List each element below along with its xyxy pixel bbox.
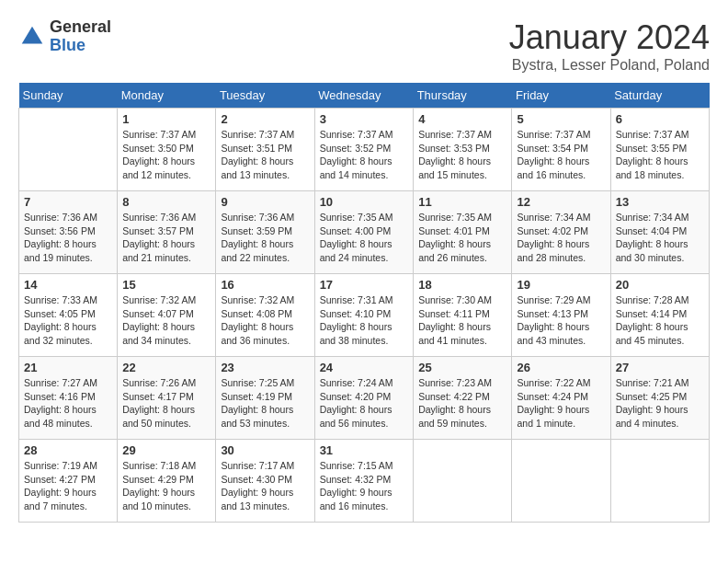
- calendar-cell: 5Sunrise: 7:37 AM Sunset: 3:54 PM Daylig…: [512, 109, 610, 191]
- day-number: 1: [122, 112, 210, 126]
- calendar-cell: [414, 440, 512, 523]
- day-info: Sunrise: 7:23 AM Sunset: 4:22 PM Dayligh…: [418, 376, 506, 431]
- calendar-cell: 2Sunrise: 7:37 AM Sunset: 3:51 PM Daylig…: [216, 109, 314, 191]
- header-monday: Monday: [118, 83, 216, 109]
- logo: General Blue: [18, 18, 111, 55]
- day-info: Sunrise: 7:37 AM Sunset: 3:50 PM Dayligh…: [122, 128, 210, 182]
- svg-marker-0: [22, 27, 43, 44]
- logo-general-text: General: [50, 18, 111, 37]
- day-info: Sunrise: 7:37 AM Sunset: 3:52 PM Dayligh…: [320, 128, 409, 182]
- title-section: January 2024 Bystra, Lesser Poland, Pola…: [509, 18, 710, 74]
- day-info: Sunrise: 7:37 AM Sunset: 3:53 PM Dayligh…: [418, 128, 506, 182]
- location: Bystra, Lesser Poland, Poland: [509, 57, 710, 74]
- day-info: Sunrise: 7:30 AM Sunset: 4:11 PM Dayligh…: [418, 293, 506, 348]
- calendar-cell: 14Sunrise: 7:33 AM Sunset: 4:05 PM Dayli…: [19, 274, 118, 357]
- day-number: 31: [320, 443, 409, 457]
- calendar-cell: 28Sunrise: 7:19 AM Sunset: 4:27 PM Dayli…: [19, 440, 118, 523]
- calendar-cell: 20Sunrise: 7:28 AM Sunset: 4:14 PM Dayli…: [610, 274, 709, 357]
- day-number: 5: [517, 112, 605, 126]
- calendar-cell: [19, 109, 118, 191]
- day-number: 30: [221, 443, 309, 457]
- day-info: Sunrise: 7:28 AM Sunset: 4:14 PM Dayligh…: [616, 293, 704, 348]
- day-number: 2: [221, 112, 309, 126]
- day-number: 20: [616, 278, 704, 292]
- logo-icon: [18, 23, 46, 51]
- calendar-cell: 4Sunrise: 7:37 AM Sunset: 3:53 PM Daylig…: [414, 109, 512, 191]
- calendar-cell: 25Sunrise: 7:23 AM Sunset: 4:22 PM Dayli…: [414, 357, 512, 440]
- calendar-cell: 16Sunrise: 7:32 AM Sunset: 4:08 PM Dayli…: [216, 274, 314, 357]
- calendar-cell: 23Sunrise: 7:25 AM Sunset: 4:19 PM Dayli…: [216, 357, 314, 440]
- calendar-week-5: 28Sunrise: 7:19 AM Sunset: 4:27 PM Dayli…: [19, 440, 710, 523]
- day-info: Sunrise: 7:22 AM Sunset: 4:24 PM Dayligh…: [517, 376, 605, 431]
- day-info: Sunrise: 7:31 AM Sunset: 4:10 PM Dayligh…: [320, 293, 409, 348]
- page-header: General Blue January 2024 Bystra, Lesser…: [18, 18, 710, 74]
- calendar-cell: 12Sunrise: 7:34 AM Sunset: 4:02 PM Dayli…: [512, 191, 610, 274]
- day-number: 14: [24, 278, 112, 292]
- header-wednesday: Wednesday: [314, 83, 414, 109]
- day-number: 21: [24, 361, 112, 374]
- day-number: 22: [122, 361, 210, 374]
- logo-blue-text: Blue: [50, 37, 111, 55]
- day-info: Sunrise: 7:37 AM Sunset: 3:54 PM Dayligh…: [517, 128, 605, 182]
- day-number: 3: [320, 112, 409, 126]
- day-info: Sunrise: 7:24 AM Sunset: 4:20 PM Dayligh…: [320, 376, 409, 431]
- day-info: Sunrise: 7:35 AM Sunset: 4:01 PM Dayligh…: [418, 211, 506, 265]
- day-number: 8: [122, 195, 210, 209]
- calendar-week-4: 21Sunrise: 7:27 AM Sunset: 4:16 PM Dayli…: [19, 357, 710, 440]
- day-number: 27: [616, 361, 704, 374]
- day-number: 26: [517, 361, 605, 374]
- calendar-cell: 26Sunrise: 7:22 AM Sunset: 4:24 PM Dayli…: [512, 357, 610, 440]
- calendar-cell: 15Sunrise: 7:32 AM Sunset: 4:07 PM Dayli…: [118, 274, 216, 357]
- day-number: 11: [418, 195, 506, 209]
- header-friday: Friday: [512, 83, 610, 109]
- calendar-cell: 17Sunrise: 7:31 AM Sunset: 4:10 PM Dayli…: [314, 274, 414, 357]
- calendar-cell: 9Sunrise: 7:36 AM Sunset: 3:59 PM Daylig…: [216, 191, 314, 274]
- month-title: January 2024: [509, 18, 710, 57]
- calendar-cell: [512, 440, 610, 523]
- day-number: 16: [221, 278, 309, 292]
- day-number: 15: [122, 278, 210, 292]
- day-info: Sunrise: 7:32 AM Sunset: 4:08 PM Dayligh…: [221, 293, 309, 348]
- day-number: 17: [320, 278, 409, 292]
- day-number: 25: [418, 361, 506, 374]
- day-info: Sunrise: 7:26 AM Sunset: 4:17 PM Dayligh…: [122, 376, 210, 431]
- calendar-cell: 10Sunrise: 7:35 AM Sunset: 4:00 PM Dayli…: [314, 191, 414, 274]
- calendar-cell: 19Sunrise: 7:29 AM Sunset: 4:13 PM Dayli…: [512, 274, 610, 357]
- calendar-week-2: 7Sunrise: 7:36 AM Sunset: 3:56 PM Daylig…: [19, 191, 710, 274]
- day-info: Sunrise: 7:21 AM Sunset: 4:25 PM Dayligh…: [616, 376, 704, 431]
- day-info: Sunrise: 7:36 AM Sunset: 3:59 PM Dayligh…: [221, 211, 309, 265]
- day-number: 7: [24, 195, 112, 209]
- day-info: Sunrise: 7:34 AM Sunset: 4:04 PM Dayligh…: [616, 211, 704, 265]
- day-info: Sunrise: 7:19 AM Sunset: 4:27 PM Dayligh…: [24, 459, 112, 513]
- day-info: Sunrise: 7:18 AM Sunset: 4:29 PM Dayligh…: [122, 459, 210, 513]
- calendar-week-1: 1Sunrise: 7:37 AM Sunset: 3:50 PM Daylig…: [19, 109, 710, 191]
- calendar-cell: 1Sunrise: 7:37 AM Sunset: 3:50 PM Daylig…: [118, 109, 216, 191]
- day-number: 9: [221, 195, 309, 209]
- calendar-cell: 27Sunrise: 7:21 AM Sunset: 4:25 PM Dayli…: [610, 357, 709, 440]
- calendar-cell: 21Sunrise: 7:27 AM Sunset: 4:16 PM Dayli…: [19, 357, 118, 440]
- day-info: Sunrise: 7:36 AM Sunset: 3:57 PM Dayligh…: [122, 211, 210, 265]
- calendar-cell: 31Sunrise: 7:15 AM Sunset: 4:32 PM Dayli…: [314, 440, 414, 523]
- header-sunday: Sunday: [19, 83, 118, 109]
- calendar-cell: 18Sunrise: 7:30 AM Sunset: 4:11 PM Dayli…: [414, 274, 512, 357]
- calendar-cell: 30Sunrise: 7:17 AM Sunset: 4:30 PM Dayli…: [216, 440, 314, 523]
- calendar-cell: 22Sunrise: 7:26 AM Sunset: 4:17 PM Dayli…: [118, 357, 216, 440]
- day-info: Sunrise: 7:37 AM Sunset: 3:55 PM Dayligh…: [616, 128, 704, 182]
- header-thursday: Thursday: [414, 83, 512, 109]
- day-info: Sunrise: 7:17 AM Sunset: 4:30 PM Dayligh…: [221, 459, 309, 513]
- day-info: Sunrise: 7:27 AM Sunset: 4:16 PM Dayligh…: [24, 376, 112, 431]
- calendar-table: Sunday Monday Tuesday Wednesday Thursday…: [18, 83, 710, 523]
- header-saturday: Saturday: [610, 83, 709, 109]
- day-info: Sunrise: 7:15 AM Sunset: 4:32 PM Dayligh…: [320, 459, 409, 513]
- calendar-cell: [610, 440, 709, 523]
- day-number: 24: [320, 361, 409, 374]
- day-info: Sunrise: 7:36 AM Sunset: 3:56 PM Dayligh…: [24, 211, 112, 265]
- calendar-cell: 6Sunrise: 7:37 AM Sunset: 3:55 PM Daylig…: [610, 109, 709, 191]
- header-tuesday: Tuesday: [216, 83, 314, 109]
- day-info: Sunrise: 7:32 AM Sunset: 4:07 PM Dayligh…: [122, 293, 210, 348]
- day-number: 13: [616, 195, 704, 209]
- day-number: 4: [418, 112, 506, 126]
- day-info: Sunrise: 7:33 AM Sunset: 4:05 PM Dayligh…: [24, 293, 112, 348]
- calendar-cell: 13Sunrise: 7:34 AM Sunset: 4:04 PM Dayli…: [610, 191, 709, 274]
- weekday-header-row: Sunday Monday Tuesday Wednesday Thursday…: [19, 83, 710, 109]
